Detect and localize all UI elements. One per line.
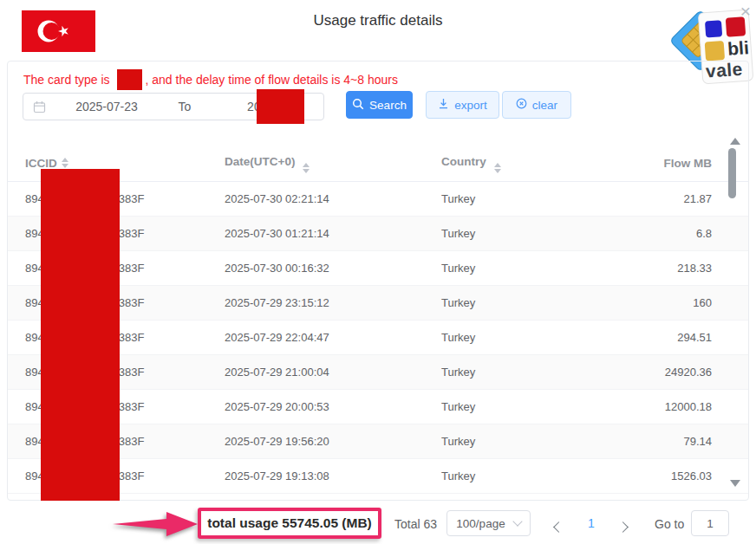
cell-country: Turkey (441, 192, 603, 205)
card-type-warning: The card type is , and the delay time of… (23, 69, 398, 90)
sort-icon[interactable] (62, 158, 68, 168)
total-count-label: Total 63 (394, 517, 437, 531)
clear-button[interactable]: clear (502, 91, 571, 119)
cell-date: 2025-07-29 21:00:04 (225, 366, 441, 379)
cell-country: Turkey (441, 435, 603, 448)
page-size-value: 100/page (456, 517, 505, 530)
svg-text:bli: bli (727, 37, 749, 59)
cell-date: 2025-07-29 23:15:12 (225, 296, 441, 309)
sort-icon[interactable] (494, 163, 501, 173)
cell-date: 2025-07-29 22:04:47 (225, 331, 441, 344)
cell-flow-mb: 6.8 (603, 227, 748, 240)
start-date-value[interactable]: 2025-07-23 (46, 100, 167, 113)
cell-date: 2025-07-29 20:00:53 (225, 400, 441, 413)
goto-label: Go to (655, 517, 684, 531)
warning-text-after: , and the delay time of flow details is … (146, 73, 398, 87)
chevron-right-icon (617, 521, 629, 533)
cell-country: Turkey (441, 366, 603, 379)
cell-date: 2025-07-29 19:56:20 (225, 435, 441, 448)
cell-flow-mb: 79.14 (603, 435, 748, 448)
scrollbar-thumb[interactable] (728, 148, 736, 198)
cell-flow-mb: 160 (603, 296, 748, 309)
redaction-block (41, 169, 120, 501)
cell-flow-mb: 12000.18 (603, 400, 748, 413)
chevron-down-icon (512, 516, 522, 526)
export-button[interactable]: export (426, 91, 499, 119)
cell-country: Turkey (441, 262, 603, 275)
cell-flow-mb: 1526.03 (603, 470, 748, 482)
close-icon[interactable]: × (740, 2, 751, 21)
export-button-label: export (454, 99, 487, 112)
cell-date: 2025-07-29 19:13:08 (225, 470, 441, 482)
calendar-icon (33, 100, 46, 113)
cell-country: Turkey (441, 331, 603, 344)
cell-country: Turkey (441, 470, 603, 482)
redaction-block (117, 69, 142, 90)
usage-panel: The card type is , and the delay time of… (7, 61, 749, 501)
page-number-1[interactable]: 1 (588, 516, 595, 530)
scroll-down-icon[interactable] (730, 480, 740, 487)
cell-flow-mb: 21.87 (603, 192, 748, 205)
page-size-select[interactable]: 100/page (446, 510, 531, 536)
cell-flow-mb: 24920.36 (603, 366, 748, 379)
cell-flow-mb: 218.33 (603, 262, 748, 275)
clear-button-label: clear (532, 99, 557, 112)
total-usage-highlight: total usage 55745.05 (MB) (198, 508, 381, 539)
cell-date: 2025-07-30 02:21:14 (225, 192, 441, 205)
cell-flow-mb: 294.51 (603, 331, 748, 344)
page-title: Usage traffic details (0, 12, 756, 29)
cell-date: 2025-07-30 01:21:14 (225, 227, 441, 240)
scroll-up-icon[interactable] (730, 138, 740, 145)
clear-circle-icon (516, 98, 527, 112)
annotation-arrow (113, 509, 199, 539)
goto-page-input[interactable] (691, 510, 729, 536)
col-header-iccid[interactable]: ICCID (8, 157, 225, 170)
col-header-flow: Flow MB (603, 157, 748, 170)
warning-text-before: The card type is (23, 73, 114, 87)
search-button[interactable]: Search (346, 91, 413, 119)
redaction-block (257, 89, 304, 124)
search-button-label: Search (369, 99, 407, 112)
cell-country: Turkey (441, 227, 603, 240)
cell-country: Turkey (441, 400, 603, 413)
prev-page-button[interactable] (555, 519, 563, 534)
search-icon (352, 98, 364, 113)
cell-date: 2025-07-30 00:16:32 (225, 262, 441, 275)
date-range-separator: To (167, 100, 202, 113)
col-header-date[interactable]: Date(UTC+0) (225, 155, 441, 172)
download-icon (438, 98, 449, 112)
sort-icon[interactable] (303, 163, 310, 173)
cell-country: Turkey (441, 296, 603, 309)
next-page-button[interactable] (619, 519, 627, 534)
col-header-country[interactable]: Country (441, 155, 603, 172)
chevron-left-icon (553, 521, 564, 533)
